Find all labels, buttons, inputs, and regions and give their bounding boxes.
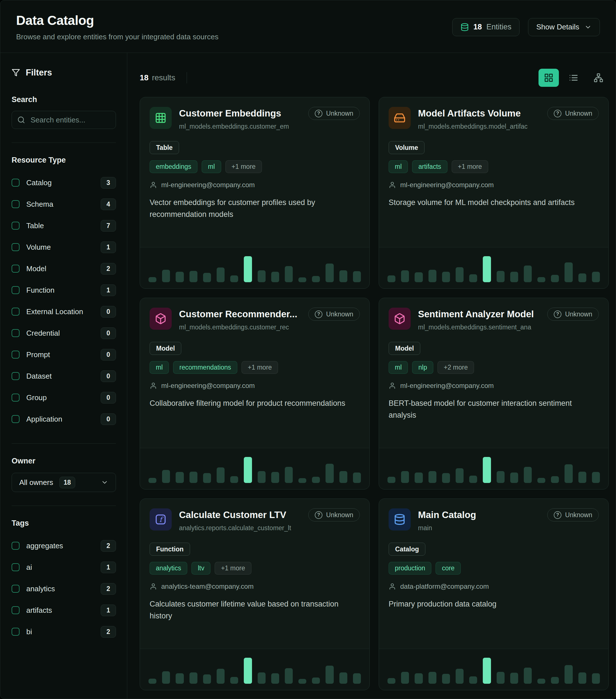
status-label: Unknown	[326, 311, 353, 318]
user-icon	[149, 583, 157, 590]
entity-card[interactable]: Sentiment Analyzer Model ml_models.embed…	[379, 298, 609, 489]
card-content: Sentiment Analyzer Model ml_models.embed…	[379, 298, 608, 448]
filter-checkbox[interactable]	[12, 286, 19, 294]
activity-bar	[312, 276, 320, 282]
filter-checkbox[interactable]	[12, 606, 19, 614]
tag-badge: embeddings	[149, 160, 197, 173]
entity-card[interactable]: Customer Embeddings ml_models.embeddings…	[140, 97, 370, 289]
filter-checkbox[interactable]	[12, 243, 19, 251]
filter-tag-analytics[interactable]: analytics 2	[12, 578, 116, 599]
filter-checkbox[interactable]	[12, 308, 19, 316]
results-main: 18 results	[127, 53, 616, 699]
owner-row: ml-engineering@company.com	[389, 382, 599, 390]
filter-label: Model	[26, 264, 47, 273]
entity-path: ml_models.embeddings.sentiment_ana	[418, 324, 540, 331]
filter-checkbox[interactable]	[12, 200, 19, 208]
filter-checkbox[interactable]	[12, 351, 19, 358]
entity-card[interactable]: Customer Recommender... ml_models.embedd…	[140, 298, 370, 489]
owner-email: data-platform@company.com	[400, 582, 489, 590]
activity-bar	[162, 671, 170, 684]
filter-resource-credential[interactable]: Credential 0	[12, 322, 116, 344]
filter-label: aggregates	[26, 541, 63, 550]
filter-count-badge: 1	[101, 562, 116, 573]
results-toolbar: 18 results	[140, 69, 609, 87]
tag-row: mlnlp+2 more	[389, 361, 599, 374]
activity-bar	[401, 672, 409, 684]
owner-select[interactable]: All owners 18	[12, 473, 116, 492]
filter-resource-prompt[interactable]: Prompt 0	[12, 344, 116, 365]
tree-view-button[interactable]	[588, 69, 609, 87]
entity-card[interactable]: Main Catalog main ? Unknown Catalog prod…	[379, 499, 609, 690]
filter-tag-aggregates[interactable]: aggregates 2	[12, 535, 116, 556]
tag-badge: ml	[389, 160, 408, 173]
filter-resource-volume[interactable]: Volume 1	[12, 236, 116, 258]
filter-resource-catalog[interactable]: Catalog 3	[12, 172, 116, 194]
activity-bar	[271, 673, 279, 684]
show-details-button[interactable]: Show Details	[528, 18, 600, 36]
filter-count-badge: 1	[101, 241, 116, 253]
filter-tag-bi[interactable]: bi 2	[12, 621, 116, 643]
type-row: Table	[149, 141, 360, 154]
activity-bar	[578, 472, 586, 483]
filter-resource-dataset[interactable]: Dataset 0	[12, 365, 116, 387]
filter-checkbox[interactable]	[12, 415, 19, 423]
tags-title: Tags	[12, 519, 116, 528]
filter-checkbox[interactable]	[12, 179, 19, 187]
card-header: Model Artifacts Volume ml_models.embeddi…	[389, 107, 599, 130]
activity-bar-highlight	[483, 457, 491, 483]
type-row: Catalog	[389, 543, 599, 556]
filter-checkbox[interactable]	[12, 329, 19, 337]
filter-label: Schema	[26, 200, 53, 209]
entity-icon	[389, 308, 411, 330]
filter-resource-external-location[interactable]: External Location 0	[12, 301, 116, 322]
filter-checkbox[interactable]	[12, 563, 19, 571]
filter-checkbox[interactable]	[12, 585, 19, 593]
activity-bar-highlight	[244, 658, 252, 684]
filter-tag-ai[interactable]: ai 1	[12, 556, 116, 578]
filter-label: bi	[26, 628, 32, 636]
activity-bar	[230, 476, 238, 483]
filter-checkbox[interactable]	[12, 394, 19, 401]
activity-bar	[469, 476, 477, 483]
entity-description: BERT-based model for customer interactio…	[389, 398, 588, 421]
entity-description: Primary production data catalog	[389, 598, 588, 610]
filter-resource-model[interactable]: Model 2	[12, 258, 116, 279]
card-header-text: Customer Embeddings ml_models.embeddings…	[179, 107, 301, 130]
filter-count-badge: 2	[101, 626, 116, 638]
list-view-button[interactable]	[563, 69, 584, 87]
filter-resource-table[interactable]: Table 7	[12, 215, 116, 236]
activity-bar	[592, 272, 600, 282]
user-icon	[389, 382, 396, 390]
filter-count-badge: 0	[101, 328, 116, 339]
card-header: Customer Recommender... ml_models.embedd…	[149, 308, 360, 331]
entity-description: Vector embeddings for customer profiles …	[149, 197, 349, 221]
entity-card[interactable]: f Calculate Customer LTV analytics.repor…	[140, 499, 370, 690]
filter-resource-function[interactable]: Function 1	[12, 279, 116, 301]
tag-row: mlartifacts+1 more	[389, 160, 599, 173]
tag-badge: nlp	[412, 361, 433, 374]
grid-view-button[interactable]	[538, 69, 559, 87]
filter-checkbox[interactable]	[12, 628, 19, 636]
filter-checkbox[interactable]	[12, 265, 19, 273]
activity-chart	[379, 448, 608, 489]
filter-checkbox[interactable]	[12, 222, 19, 229]
status-label: Unknown	[565, 110, 592, 117]
activity-bar	[189, 472, 197, 483]
filter-checkbox[interactable]	[12, 542, 19, 550]
entity-card[interactable]: Model Artifacts Volume ml_models.embeddi…	[379, 97, 609, 289]
entity-description: Calculates customer lifetime value based…	[149, 598, 349, 622]
filter-checkbox[interactable]	[12, 372, 19, 380]
entity-description: Collaborative filtering model for produc…	[149, 398, 349, 409]
filter-resource-application[interactable]: Application 0	[12, 408, 116, 430]
filter-label: ai	[26, 563, 32, 572]
filter-resource-schema[interactable]: Schema 4	[12, 194, 116, 215]
search-input[interactable]	[12, 111, 116, 129]
activity-bar-highlight	[483, 658, 491, 684]
entity-path: analytics.reports.calculate_customer_lt	[179, 524, 301, 532]
activity-bar	[551, 476, 559, 483]
activity-bar	[510, 473, 518, 483]
tags-list: aggregates 2 ai 1 analytics 2 artifacts …	[12, 535, 116, 643]
entity-type-badge: Volume	[389, 141, 424, 154]
filter-tag-artifacts[interactable]: artifacts 1	[12, 599, 116, 621]
filter-resource-group[interactable]: Group 0	[12, 387, 116, 408]
